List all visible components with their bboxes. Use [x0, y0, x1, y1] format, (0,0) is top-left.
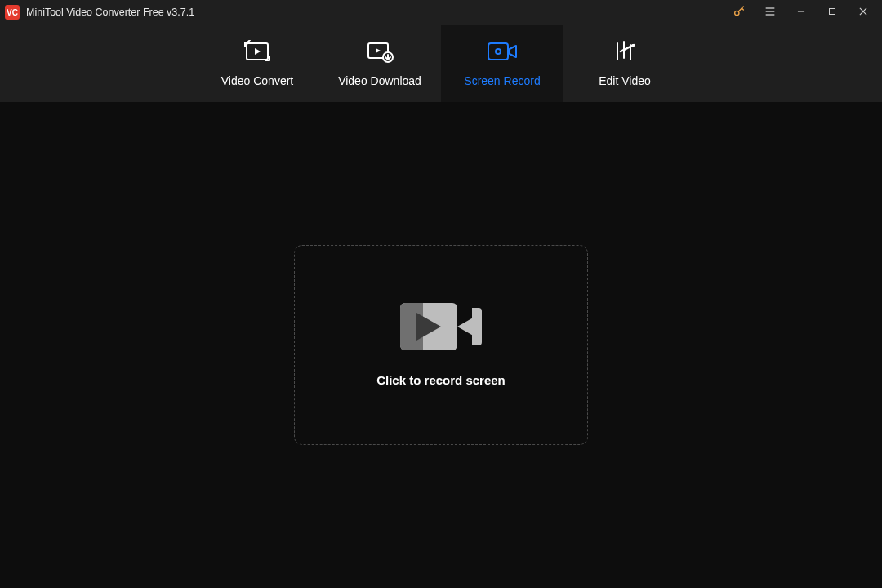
maximize-icon: [827, 7, 837, 19]
edit-icon: [612, 40, 637, 63]
record-icon: [487, 40, 518, 63]
close-button[interactable]: [848, 0, 879, 24]
tab-video-convert[interactable]: Video Convert: [196, 24, 318, 102]
tab-video-download[interactable]: Video Download: [318, 24, 441, 102]
camera-icon: [400, 303, 482, 350]
tab-edit-video[interactable]: Edit Video: [564, 24, 686, 102]
record-label: Click to record screen: [376, 373, 506, 387]
app-title: MiniTool Video Converter Free v3.7.1: [26, 7, 194, 18]
hamburger-icon: [764, 5, 777, 20]
tab-screen-record[interactable]: Screen Record: [441, 24, 564, 102]
convert-icon: [243, 40, 271, 63]
record-screen-button[interactable]: Click to record screen: [294, 245, 588, 445]
app-logo-text: VC: [7, 8, 18, 17]
tab-label: Video Convert: [221, 74, 293, 87]
close-icon: [858, 6, 869, 20]
tab-label: Edit Video: [599, 74, 651, 87]
minimize-button[interactable]: [786, 0, 817, 24]
tab-label: Video Download: [338, 74, 421, 87]
svg-point-15: [631, 44, 635, 47]
titlebar: VC MiniTool Video Converter Free v3.7.1: [0, 0, 882, 24]
app-logo-icon: VC: [5, 5, 20, 20]
svg-rect-13: [488, 43, 508, 60]
key-icon: [733, 5, 746, 20]
minimize-icon: [795, 6, 807, 20]
main-content: Click to record screen: [0, 102, 882, 588]
download-icon: [366, 40, 394, 63]
menu-button[interactable]: [755, 0, 786, 24]
svg-marker-9: [255, 48, 261, 55]
maximize-button[interactable]: [817, 0, 848, 24]
svg-rect-5: [830, 8, 835, 14]
svg-marker-11: [376, 48, 381, 53]
svg-point-14: [496, 49, 501, 54]
main-nav: Video Convert Video Download Screen Reco…: [0, 24, 882, 102]
upgrade-key-button[interactable]: [724, 0, 755, 24]
tab-label: Screen Record: [464, 74, 540, 87]
